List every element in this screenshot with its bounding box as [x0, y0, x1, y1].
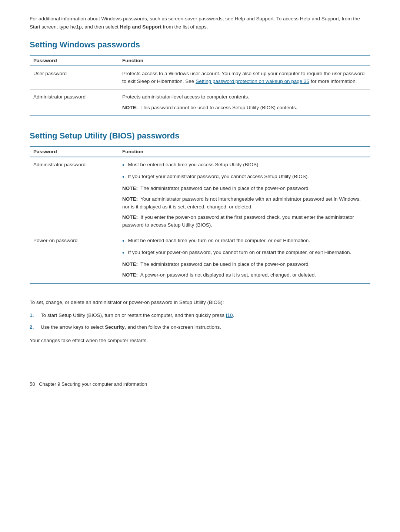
footer-intro: To set, change, or delete an administrat…	[30, 298, 370, 307]
steps-list: 1. To start Setup Utility (BIOS), turn o…	[30, 311, 370, 331]
section-windows-passwords: Setting Windows passwords Password Funct…	[30, 40, 370, 116]
user-password-function: Protects access to a Windows user accoun…	[119, 66, 370, 89]
section-bios-passwords: Setting Setup Utility (BIOS) passwords P…	[30, 131, 370, 284]
note-label: NOTE:	[122, 214, 138, 220]
admin-bullet-list: Must be entered each time you access Set…	[122, 161, 367, 182]
setting-password-link[interactable]: Setting password protection on wakeup on…	[196, 78, 309, 84]
closing-text: Your changes take effect when the comput…	[30, 337, 370, 345]
user-password-label: User password	[30, 66, 119, 89]
list-item: Must be entered each time you access Set…	[122, 161, 367, 170]
col-password-header2: Password	[30, 146, 119, 157]
note-label: NOTE:	[122, 196, 138, 202]
page-number: 58	[30, 381, 35, 387]
note-label: NOTE:	[122, 261, 138, 267]
page-footer: 58 Chapter 9 Securing your computer and …	[30, 381, 370, 387]
step1-text: To start Setup Utility (BIOS), turn on o…	[41, 311, 234, 319]
list-item: 2. Use the arrow keys to select Security…	[30, 323, 370, 331]
note-label: NOTE:	[122, 272, 138, 278]
list-item: Must be entered each time you turn on or…	[122, 237, 367, 246]
admin-password-function2: Must be entered each time you access Set…	[119, 157, 370, 233]
administrator-password-function: Protects administrator-level access to c…	[119, 90, 370, 116]
section1-title: Setting Windows passwords	[30, 40, 370, 50]
table-row: Administrator password Protects administ…	[30, 90, 370, 116]
admin-password-label2: Administrator password	[30, 157, 119, 233]
step-number: 2.	[30, 323, 41, 331]
bios-passwords-table: Password Function Administrator password…	[30, 146, 370, 284]
help-code: help	[70, 24, 82, 30]
col-function-header: Function	[119, 55, 370, 66]
administrator-password-label: Administrator password	[30, 90, 119, 116]
note-label: NOTE:	[122, 185, 138, 191]
chapter-text: Chapter 9 Securing your computer and inf…	[39, 381, 147, 387]
table-row: Power-on password Must be entered each t…	[30, 233, 370, 283]
step-number: 1.	[30, 311, 41, 319]
list-item: If you forget your administrator passwor…	[122, 173, 367, 182]
f10-link[interactable]: f10	[226, 312, 233, 318]
security-bold: Security	[105, 324, 124, 330]
help-and-support-bold: Help and Support	[120, 24, 162, 30]
table-row: User password Protects access to a Windo…	[30, 66, 370, 89]
section2-title: Setting Setup Utility (BIOS) passwords	[30, 131, 370, 141]
footer-section: To set, change, or delete an administrat…	[30, 298, 370, 344]
intro-paragraph: For additional information about Windows…	[30, 15, 370, 31]
step2-text: Use the arrow keys to select Security, a…	[41, 323, 221, 331]
col-password-header: Password	[30, 55, 119, 66]
power-on-password-label: Power-on password	[30, 233, 119, 283]
windows-passwords-table: Password Function User password Protects…	[30, 55, 370, 116]
table-row: Administrator password Must be entered e…	[30, 157, 370, 233]
list-item: 1. To start Setup Utility (BIOS), turn o…	[30, 311, 370, 319]
power-on-bullet-list: Must be entered each time you turn on or…	[122, 237, 367, 258]
note-label: NOTE:	[122, 105, 138, 110]
list-item: If you forget your power-on password, yo…	[122, 249, 367, 258]
power-on-password-function: Must be entered each time you turn on or…	[119, 233, 370, 283]
col-function-header2: Function	[119, 146, 370, 157]
